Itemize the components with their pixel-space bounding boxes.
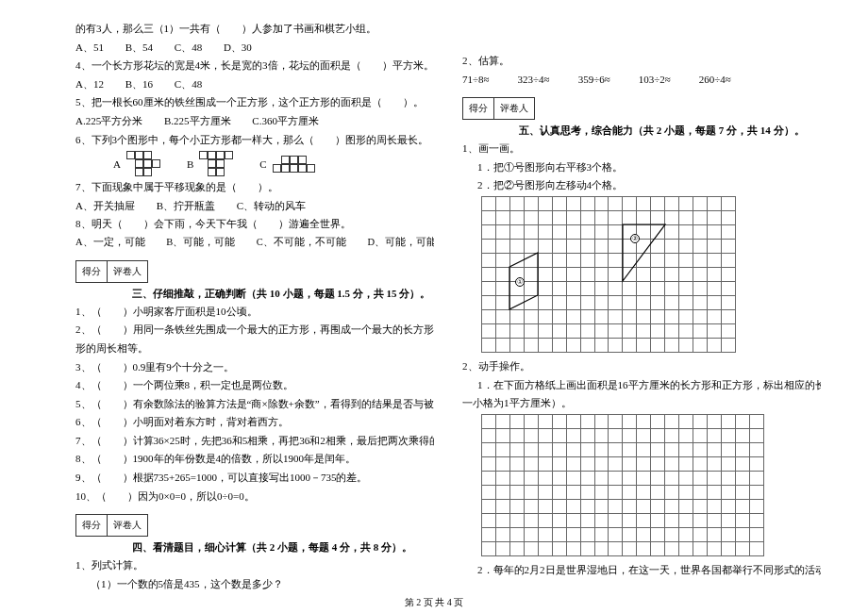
q7-opt-c: C、转动的风车 <box>237 198 306 215</box>
q3-opt-d: D、30 <box>224 40 252 57</box>
q5-opt-c: C.360平方厘米 <box>252 113 319 130</box>
left-column: 的有3人，那么三（1）一共有（ ）人参加了书画和棋艺小组。 A、51 B、54 … <box>75 19 434 613</box>
q6: 6、下列3个图形中，每个小正方形都一样大，那么（ ）图形的周长最长。 <box>75 132 434 149</box>
grid-table-2 <box>481 414 764 556</box>
s4-1: 1、列式计算。 <box>75 557 434 574</box>
q8: 8、明天（ ）会下雨，今天下午我（ ）游遍全世界。 <box>75 216 434 233</box>
s3-9: 9、（ ）根据735+265=1000，可以直接写出1000－735的差。 <box>75 470 434 487</box>
s3-1: 1、（ ）小明家客厅面积是10公顷。 <box>75 304 434 321</box>
score-label: 得分 <box>462 97 493 120</box>
q3-opt-b: B、54 <box>125 40 153 57</box>
grader-label: 评卷人 <box>107 260 148 283</box>
s3-4: 4、（ ）一个两位乘8，积一定也是两位数。 <box>75 377 434 394</box>
q8-opt-d: D、可能，可能 <box>368 235 435 251</box>
section-5-title: 五、认真思考，综合能力（共 2 小题，每题 7 分，共 14 分）。 <box>519 124 821 138</box>
grader-label: 评卷人 <box>493 97 535 120</box>
q4-opt-a: A、12 <box>75 76 104 93</box>
est-5: 260÷4≈ <box>699 72 731 89</box>
shape-c: C <box>259 156 314 173</box>
s5-1a: 1．把①号图形向右平移3个格。 <box>462 159 821 176</box>
shape-2-poly <box>481 196 736 352</box>
q7-opt-a: A、开关抽屉 <box>75 198 135 215</box>
est-3: 359÷6≈ <box>578 72 610 89</box>
translation-grid: ① ② <box>481 196 736 353</box>
q7-opt-b: B、拧开瓶盖 <box>157 198 215 215</box>
s3-3: 3、（ ）0.9里有9个十分之一。 <box>75 359 434 376</box>
svg-marker-1 <box>623 224 665 281</box>
s5-1b: 2．把②号图形向左移动4个格。 <box>462 177 821 194</box>
q8-opt-c: C、不可能，不可能 <box>257 235 346 251</box>
shape-b: B <box>187 151 233 176</box>
s4-1a: （1）一个数的5倍是435，这个数是多少？ <box>75 576 434 593</box>
s3-7: 7、（ ）计算36×25时，先把36和5相乘，再把36和2相乘，最后把两次乘得的… <box>75 433 434 450</box>
est-2: 323÷4≈ <box>518 72 550 89</box>
q3-tail: 的有3人，那么三（1）一共有（ ）人参加了书画和棋艺小组。 <box>75 21 434 38</box>
q8-opt-a: A、一定，可能 <box>75 235 145 251</box>
s4-2: 2、估算。 <box>462 53 821 70</box>
section-4-title: 四、看清题目，细心计算（共 2 小题，每题 4 分，共 8 分）。 <box>132 540 434 555</box>
page-footer: 第 2 页 共 4 页 <box>0 596 868 609</box>
q7: 7、下面现象中属于平移现象的是（ ）。 <box>75 179 434 196</box>
s3-2a: 2、（ ）用同一条铁丝先围成一个最大的正方形，再围成一个最大的长方形，长方形和正… <box>75 322 434 339</box>
s5-2c: 2．每年的2月2日是世界湿地日，在这一天，世界各国都举行不同形式的活动来宣传保护… <box>462 562 821 579</box>
shape-b-label: B <box>187 158 193 170</box>
shape-a-label: A <box>113 158 121 170</box>
shape-c-label: C <box>259 158 266 170</box>
score-box-4: 得分 评卷人 <box>75 514 434 537</box>
q5-opt-a: A.225平方分米 <box>75 113 142 130</box>
s3-8: 8、（ ）1900年的年份数是4的倍数，所以1900年是闰年。 <box>75 451 434 468</box>
q8-opt-b: B、可能，可能 <box>166 235 235 251</box>
area-grid <box>481 414 764 556</box>
q5-options: A.225平方分米 B.225平方厘米 C.360平方厘米 <box>75 113 434 130</box>
marker-1: ① <box>515 277 525 287</box>
q7-options: A、开关抽屉 B、拧开瓶盖 C、转动的风车 <box>75 198 434 215</box>
s5-2b: 一小格为1平方厘米）。 <box>462 395 821 412</box>
right-column: 2、估算。 71÷8≈ 323÷4≈ 359÷6≈ 103÷2≈ 260÷4≈ … <box>462 19 821 613</box>
q5-opt-b: B.225平方厘米 <box>164 113 231 130</box>
est-1: 71÷8≈ <box>462 72 490 89</box>
shape-a: A <box>113 151 160 176</box>
q4-options: A、12 B、16 C、48 <box>75 76 434 93</box>
score-box-5: 得分 评卷人 <box>462 97 821 120</box>
s3-2b: 形的周长相等。 <box>75 340 434 357</box>
q3-opt-a: A、51 <box>75 40 104 57</box>
q6-shapes: A B C <box>113 151 434 176</box>
s5-2: 2、动手操作。 <box>462 358 821 375</box>
s3-6: 6、（ ）小明面对着东方时，背对着西方。 <box>75 414 434 431</box>
score-label: 得分 <box>75 514 107 537</box>
q4-opt-b: B、16 <box>125 76 153 93</box>
q5: 5、把一根长60厘米的铁丝围成一个正方形，这个正方形的面积是（ ）。 <box>75 94 434 111</box>
q3-opt-c: C、48 <box>175 40 202 57</box>
score-box-3: 得分 评卷人 <box>75 260 434 283</box>
s5-2a: 1．在下面方格纸上画出面积是16平方厘米的长方形和正方形，标出相应的长、宽或边长… <box>462 377 821 394</box>
marker-2: ② <box>630 234 640 243</box>
s3-5: 5、（ ）有余数除法的验算方法是“商×除数+余数”，看得到的结果是否与被除数相等… <box>75 396 434 413</box>
estimate-row: 71÷8≈ 323÷4≈ 359÷6≈ 103÷2≈ 260÷4≈ <box>462 72 821 89</box>
s5-1: 1、画一画。 <box>462 141 821 157</box>
q4: 4、一个长方形花坛的宽是4米，长是宽的3倍，花坛的面积是（ ）平方米。 <box>75 58 434 75</box>
q8-options: A、一定，可能 B、可能，可能 C、不可能，不可能 D、可能，可能 <box>75 235 434 251</box>
q4-opt-c: C、48 <box>175 76 202 93</box>
s3-10: 10、（ ）因为0×0=0，所以0÷0=0。 <box>75 489 434 505</box>
est-4: 103÷2≈ <box>639 72 671 89</box>
section-3-title: 三、仔细推敲，正确判断（共 10 小题，每题 1.5 分，共 15 分）。 <box>132 287 434 301</box>
grader-label: 评卷人 <box>107 514 148 537</box>
q3-options: A、51 B、54 C、48 D、30 <box>75 40 434 57</box>
score-label: 得分 <box>75 260 107 283</box>
